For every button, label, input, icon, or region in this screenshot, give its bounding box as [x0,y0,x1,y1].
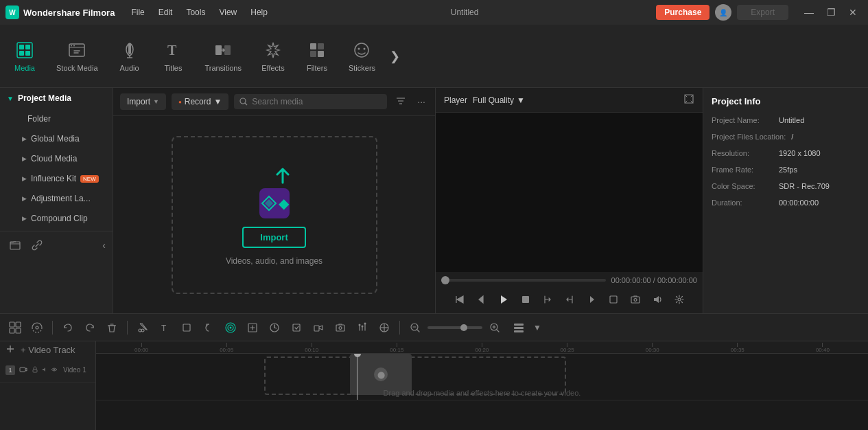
toolbar-media[interactable]: Media [3,29,47,84]
import-dropzone[interactable]: Import Videos, audio, and images [172,136,377,294]
svg-rect-63 [33,370,37,372]
ripple-button[interactable] [221,318,240,337]
sidebar-item-adjustment[interactable]: ▶ Adjustment La... [3,189,110,208]
mark-in-button[interactable] [538,290,557,309]
snapshot-button[interactable] [626,290,645,309]
placeholder-button[interactable] [243,318,262,337]
colorspace-label: Color Space: [712,182,773,190]
toolbar-stickers[interactable]: Stickers [339,29,385,84]
mark-out-button[interactable] [560,290,579,309]
menu-file[interactable]: File [126,5,150,20]
stabilize-button[interactable] [287,318,306,337]
frame-forward-button[interactable] [582,290,601,309]
crop-button[interactable] [177,318,196,337]
sidebar-item-global-media[interactable]: ▶ Global Media [3,129,110,148]
svg-rect-2 [25,45,30,49]
toolbar-effects[interactable]: Effects [251,29,295,84]
scrubber-thumb[interactable] [441,276,449,284]
influence-kit-label: Influence Kit [31,174,76,183]
toolbar-titles[interactable]: T Titles [152,29,196,84]
delete-button[interactable] [102,318,121,337]
menu-edit[interactable]: Edit [153,5,178,20]
frame-back-button[interactable] [472,290,491,309]
text-button[interactable]: T [155,318,174,337]
track-area[interactable]: ⬤ Drag and drop media and effects here t… [96,354,868,430]
svg-rect-3 [19,51,24,56]
track-eye-icon[interactable] [51,366,58,374]
sidebar-project-media[interactable]: ▼ Project Media [0,88,113,109]
avatar[interactable]: 👤 [715,4,731,21]
add-video-track-button[interactable] [5,344,15,355]
sidebar-item-compound-clip[interactable]: ▶ Compound Clip [3,209,110,228]
toolbar-transitions[interactable]: Transitions [196,29,251,84]
settings-button[interactable] [670,290,689,309]
record-dropdown-button[interactable]: ● Record ▼ [172,93,228,110]
minimize-button[interactable]: — [799,3,819,22]
sidebar-item-influence-kit[interactable]: ▶ Influence Kit NEW [3,169,110,188]
stop-button[interactable] [516,290,535,309]
import-dropdown-button[interactable]: Import ▼ [120,93,166,110]
zoom-in-button[interactable] [485,318,504,337]
record-label: Record [185,97,211,106]
screenshot-button[interactable] [331,318,350,337]
window-controls: — ❐ ✕ [799,3,863,22]
search-input[interactable] [252,97,382,106]
fullscreen2-button[interactable] [604,290,623,309]
quality-selector[interactable]: Full Quality ▼ [473,95,525,105]
scrubber-track[interactable] [441,279,606,282]
undo-button[interactable] [58,318,78,337]
stickers-label: Stickers [349,64,375,72]
speed-button[interactable] [265,318,284,337]
sidebar-item-cloud-media[interactable]: ▶ Cloud Media [3,149,110,168]
layout-button[interactable] [513,321,525,334]
menu-tools[interactable]: Tools [180,5,211,20]
more-options-icon[interactable]: ··· [414,95,428,109]
link-button[interactable] [29,237,45,253]
redo-button[interactable] [80,318,99,337]
maximize-button[interactable]: ❐ [821,3,841,22]
toolbar-audio[interactable]: Audio [108,29,152,84]
ruler-mark-0: 00:00 [99,343,184,353]
skip-back-button[interactable] [450,290,469,309]
razor-button[interactable] [133,318,152,337]
volume-button[interactable] [648,290,667,309]
more-options-btn[interactable]: ▼ [528,318,547,337]
svg-point-52 [362,325,364,327]
project-name-label: Project Name: [712,116,773,124]
app-name: Wondershare Filmora [23,8,115,18]
toolbar-filters[interactable]: Filters [295,29,339,84]
sidebar-item-folder[interactable]: Folder [3,109,110,128]
svg-rect-57 [514,324,524,326]
import-button[interactable]: Import [242,227,305,248]
ruler-mark-8: 00:40 [780,343,865,353]
menu-help[interactable]: Help [245,5,273,20]
player-viewport [436,113,703,272]
audio-detach-button[interactable] [309,318,328,337]
color-correction-button[interactable] [375,318,394,337]
duration-value: 00:00:00:00 [779,199,819,207]
project-location-value: / [791,133,793,141]
export-button[interactable]: Export [737,5,788,20]
close-button[interactable]: ✕ [843,3,863,22]
filters-icon [307,41,327,60]
timeline-ruler: 00:00 00:05 00:10 00:15 00:20 00:25 00:3… [96,341,868,354]
menu-view[interactable]: View [213,5,242,20]
filter-icon[interactable] [392,94,409,110]
purchase-button[interactable]: Purchase [656,5,709,20]
info-row-duration: Duration: 00:00:00:00 [712,199,860,207]
fullscreen-button[interactable] [683,93,694,106]
zoom-out-button[interactable] [406,318,425,337]
toolbar-stock-media[interactable]: Stock Media [47,29,108,84]
track-audio-icon[interactable] [41,366,48,374]
motion-track-button[interactable] [27,318,47,337]
reverse-button[interactable] [199,318,218,337]
zoom-slider-thumb[interactable] [460,324,467,331]
audio-fx-button[interactable] [353,318,372,337]
zoom-slider[interactable] [427,326,482,329]
toolbar-more-button[interactable]: ❯ [385,47,404,66]
sidebar-collapse-button[interactable]: ‹ [102,240,106,251]
play-button[interactable] [494,290,513,309]
add-folder-button[interactable] [7,237,23,253]
scene-detect-button[interactable] [5,318,25,337]
track-lock-icon[interactable] [32,366,38,374]
